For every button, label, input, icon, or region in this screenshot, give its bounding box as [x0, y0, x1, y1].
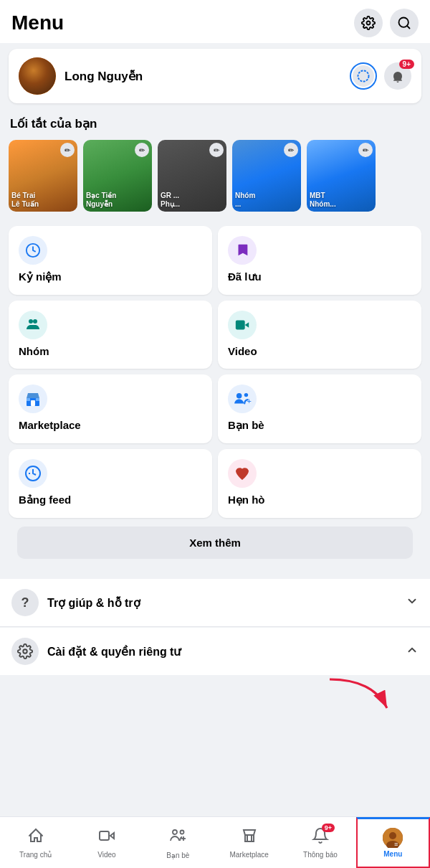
shortcut-edit-icon[interactable]: ✏: [135, 143, 149, 157]
settings-accordion[interactable]: Cài đặt & quyền riêng tư: [0, 628, 430, 675]
grid-item-marketplace[interactable]: Marketplace: [9, 374, 212, 443]
settings-label: Cài đặt & quyền riêng tư: [47, 645, 397, 659]
grid-item-video[interactable]: Video: [218, 301, 421, 369]
svg-point-27: [389, 832, 396, 839]
bottom-navigation: Trang chủ Video Bạn bè: [0, 816, 430, 868]
bell-icon: 9+: [312, 827, 329, 849]
notification-badge: 9+: [399, 60, 414, 69]
profile-info: Long Nguyễn: [19, 57, 143, 95]
shortcut-label: GR ...Phụ...: [161, 192, 180, 209]
shortcut-edit-icon[interactable]: ✏: [209, 143, 224, 157]
svg-point-3: [358, 71, 369, 82]
grid-item-memories[interactable]: Kỷ niệm: [9, 226, 212, 295]
grid-item-label: Bạn bè: [228, 419, 411, 432]
story-button[interactable]: [350, 62, 377, 90]
marketplace-nav-icon: [241, 827, 258, 849]
see-more-container: Xem thêm: [0, 524, 430, 576]
nav-label-menu: Menu: [383, 850, 402, 858]
shortcut-item[interactable]: Nhóm... ✏: [232, 140, 301, 212]
nav-label: Thông báo: [303, 851, 338, 859]
shortcut-item[interactable]: GR ...Phụ... ✏: [158, 140, 226, 212]
shortcut-item[interactable]: Bạc TiềnNguyễn ✏: [83, 140, 152, 212]
svg-marker-21: [110, 833, 114, 839]
help-chevron-icon: [406, 595, 419, 610]
grid-item-label: Kỷ niệm: [19, 270, 202, 283]
svg-rect-7: [236, 321, 245, 330]
shortcuts-section: Lối tắt của bạn Bé TraiLê Tuấn ✏ Bạc Tiề…: [0, 109, 430, 220]
shortcut-label: Bé TraiLê Tuấn: [11, 192, 39, 209]
settings-icon-btn[interactable]: [354, 9, 383, 37]
svg-rect-20: [100, 831, 109, 840]
nav-label: Video: [97, 851, 115, 859]
svg-rect-10: [31, 400, 35, 406]
app-header: Menu: [0, 0, 430, 43]
arrow-area: [0, 676, 430, 715]
profile-actions: 9+: [350, 62, 411, 90]
friends-nav-icon: [168, 826, 187, 849]
grid-item-groups[interactable]: Nhóm: [9, 301, 212, 369]
shortcut-label: Bạc TiềnNguyễn: [86, 192, 116, 209]
grid-item-label: Marketplace: [19, 419, 202, 431]
profile-section[interactable]: Long Nguyễn 9+: [9, 49, 421, 103]
nav-label: Marketplace: [229, 851, 268, 859]
memories-icon: [19, 236, 47, 265]
nav-item-notifications[interactable]: 9+ Thông báo: [285, 817, 355, 868]
search-icon-btn[interactable]: [390, 9, 419, 37]
shortcuts-title: Lối tắt của bạn: [0, 109, 430, 136]
dating-icon: [228, 459, 257, 488]
help-icon: ?: [11, 589, 39, 616]
svg-point-6: [33, 319, 37, 324]
shortcut-edit-icon[interactable]: ✏: [358, 143, 373, 157]
grid-item-feed[interactable]: Bảng feed: [9, 449, 212, 518]
nav-label: Trang chủ: [19, 851, 52, 859]
see-more-button[interactable]: Xem thêm: [17, 527, 413, 559]
svg-rect-11: [27, 398, 30, 401]
svg-point-13: [236, 393, 242, 399]
grid-item-label: Bảng feed: [19, 494, 202, 506]
grid-item-label: Đã lưu: [228, 270, 411, 283]
shortcut-item[interactable]: MBTNhóm... ✏: [307, 140, 376, 212]
grid-item-dating[interactable]: Hẹn hò: [218, 449, 421, 518]
story-icon-inner: [353, 65, 374, 87]
grid-item-label: Video: [228, 345, 411, 357]
nav-item-video[interactable]: Video: [71, 817, 142, 868]
nav-item-menu[interactable]: ≡ Menu: [356, 817, 430, 868]
home-icon: [27, 827, 44, 849]
svg-line-2: [407, 26, 410, 29]
svg-point-22: [173, 830, 177, 834]
nav-item-friends[interactable]: Bạn bè: [143, 817, 214, 868]
shortcuts-list: Bé TraiLê Tuấn ✏ Bạc TiềnNguyễn ✏ GR ...…: [0, 136, 430, 220]
feed-icon: [19, 459, 47, 488]
menu-grid: Kỷ niệm Đã lưu Nhóm Video: [0, 220, 430, 524]
red-arrow-annotation: [315, 676, 401, 715]
shortcut-label: MBTNhóm...: [310, 192, 336, 209]
svg-marker-8: [245, 322, 249, 327]
grid-item-friends[interactable]: + Bạn bè: [218, 374, 421, 443]
nav-item-home[interactable]: Trang chủ: [0, 817, 71, 868]
avatar: [19, 57, 56, 95]
marketplace-icon: [19, 385, 47, 413]
accordion-section: ? Trợ giúp & hỗ trợ Cài đặt & quyền riên…: [0, 579, 430, 715]
notification-nav-badge: 9+: [322, 824, 335, 832]
svg-rect-12: [36, 398, 39, 401]
groups-icon: [19, 311, 47, 339]
help-accordion[interactable]: ? Trợ giúp & hỗ trợ: [0, 579, 430, 627]
shortcut-edit-icon[interactable]: ✏: [60, 143, 75, 157]
bottom-spacer: [0, 715, 430, 767]
grid-item-saved[interactable]: Đã lưu: [218, 226, 421, 295]
shortcut-edit-icon[interactable]: ✏: [284, 143, 298, 157]
svg-point-23: [181, 830, 184, 834]
svg-text:≡: ≡: [394, 841, 398, 848]
shortcut-label: Nhóm...: [235, 192, 255, 209]
nav-item-marketplace[interactable]: Marketplace: [214, 817, 285, 868]
grid-item-label: Hẹn hò: [228, 494, 411, 506]
page-title: Menu: [11, 11, 64, 34]
svg-point-18: [23, 649, 27, 654]
profile-name: Long Nguyễn: [64, 69, 143, 84]
help-label: Trợ giúp & hỗ trợ: [47, 596, 397, 610]
video-nav-icon: [98, 827, 115, 849]
settings-chevron-icon: [406, 643, 419, 659]
profile-notification-btn[interactable]: 9+: [384, 62, 411, 90]
grid-item-label: Nhóm: [19, 345, 202, 357]
shortcut-item[interactable]: Bé TraiLê Tuấn ✏: [9, 140, 77, 212]
